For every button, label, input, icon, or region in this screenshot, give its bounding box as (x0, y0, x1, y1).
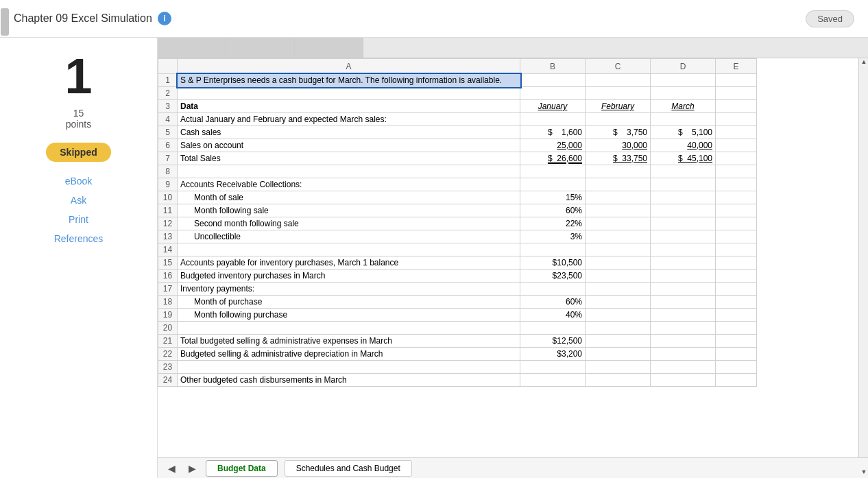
table-row: 10 Month of sale 15% (158, 191, 757, 204)
table-row: 5 Cash sales $ 1,600 $ 3,750 $ 5,100 (158, 126, 757, 139)
tab-top-1[interactable] (158, 38, 226, 58)
table-row: 22 Budgeted selling & administrative dep… (158, 348, 757, 361)
table-row: 17 Inventory payments: (158, 283, 757, 296)
print-link[interactable]: Print (69, 214, 88, 225)
spreadsheet-container[interactable]: A B C D E 1 S & P Enterprises needs a ca… (158, 58, 858, 457)
col-header-C[interactable]: C (586, 59, 651, 74)
points-label: points (66, 119, 91, 130)
table-row: 13 Uncollectible 3% (158, 230, 757, 243)
table-row: 2 (158, 87, 757, 100)
table-row: 7 Total Sales $ 26,600 $ 33,750 $ 45,100 (158, 152, 757, 165)
table-row: 20 (158, 322, 757, 335)
sidebar: 1 15 points Skipped eBook Ask Print Refe… (0, 38, 158, 478)
info-icon[interactable]: i (158, 12, 171, 25)
tab-top-3[interactable] (295, 38, 363, 58)
table-row: 23 (158, 361, 757, 374)
col-header-B[interactable]: B (520, 59, 586, 74)
table-row: 1 S & P Enterprises needs a cash budget … (158, 74, 757, 87)
page-title: Chapter 09 Excel Simulation (14, 12, 152, 25)
top-bar: Chapter 09 Excel Simulation i Saved (0, 0, 868, 38)
tab-nav-prev[interactable]: ◀ (165, 462, 178, 475)
tab-bar-top (158, 38, 868, 58)
col-header-D[interactable]: D (651, 59, 716, 74)
table-row: 21 Total budgeted selling & administrati… (158, 335, 757, 348)
table-row: 16 Budgeted inventory purchases in March… (158, 270, 757, 283)
points-value: 15 (73, 108, 84, 119)
table-row: 18 Month of purchase 60% (158, 296, 757, 309)
table-row: 6 Sales on account 25,000 30,000 40,000 (158, 139, 757, 152)
tab-budget-data[interactable]: Budget Data (206, 460, 278, 477)
table-row: 3 Data January February March (158, 100, 757, 113)
tab-schedules[interactable]: Schedules and Cash Budget (285, 460, 412, 477)
table-row: 4 Actual January and February and expect… (158, 113, 757, 126)
col-header-A[interactable]: A (178, 59, 520, 74)
table-row: 14 (158, 243, 757, 256)
tab-nav-next[interactable]: ▶ (185, 462, 199, 475)
cell-A1[interactable]: S & P Enterprises needs a cash budget fo… (178, 74, 520, 87)
table-row: 8 (158, 165, 757, 178)
col-header-E[interactable]: E (716, 59, 757, 74)
ebook-link[interactable]: eBook (65, 176, 93, 187)
table-row: 15 Accounts payable for inventory purcha… (158, 256, 757, 270)
spreadsheet-table: A B C D E 1 S & P Enterprises needs a ca… (158, 58, 757, 387)
table-row: 24 Other budgeted cash disbursements in … (158, 374, 757, 387)
table-row: 9 Accounts Receivable Collections: (158, 178, 757, 191)
ask-link[interactable]: Ask (71, 195, 86, 206)
skipped-badge[interactable]: Skipped (46, 143, 110, 162)
table-row: 19 Month following purchase 40% (158, 309, 757, 322)
question-number: 1 (64, 51, 92, 101)
spreadsheet-area: A B C D E 1 S & P Enterprises needs a ca… (158, 38, 868, 478)
table-row: 12 Second month following sale 22% (158, 217, 757, 230)
scroll-up-arrow[interactable]: ▲ (859, 58, 868, 68)
col-header-empty (158, 59, 178, 74)
tab-bar-bottom: ◀ ▶ Budget Data Schedules and Cash Budge… (158, 457, 868, 478)
table-row: 11 Month following sale 60% (158, 204, 757, 217)
tab-top-2[interactable] (226, 38, 295, 58)
references-link[interactable]: References (54, 233, 104, 244)
saved-badge: Saved (806, 10, 854, 27)
sidebar-links: eBook Ask Print References (7, 176, 150, 244)
vertical-scrollbar[interactable]: ▲ ▼ (858, 58, 868, 457)
main-content: 1 15 points Skipped eBook Ask Print Refe… (0, 38, 868, 478)
